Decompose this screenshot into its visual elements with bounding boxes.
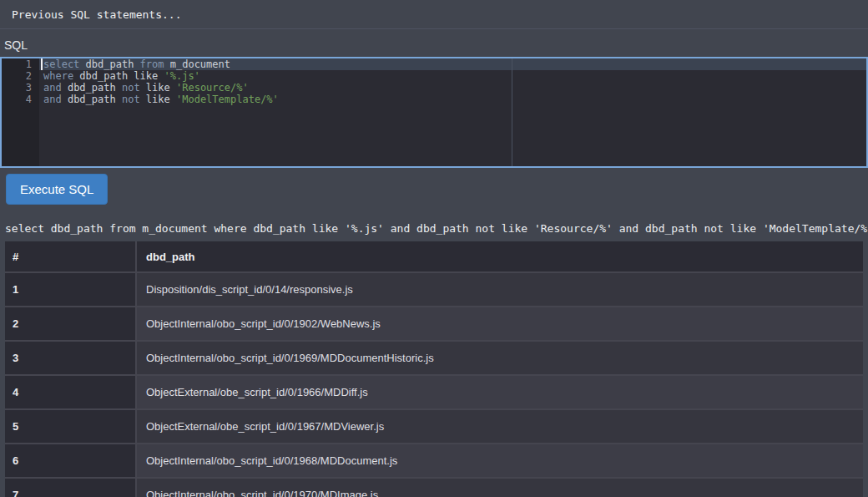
column-header-dbd-path: dbd_path — [136, 241, 863, 272]
dbd-path-cell: ObjectExternal/obe_script_id/0/1967/MDVi… — [136, 409, 863, 444]
text-cursor — [41, 58, 43, 70]
code-line: where dbd_path like '%.js' — [39, 70, 866, 82]
code-line: and dbd_path not like 'ModelTemplate/%' — [39, 94, 866, 105]
row-number-cell: 4 — [5, 375, 136, 409]
code-line: select dbd_path from m_document — [39, 58, 866, 70]
dbd-path-cell: Disposition/dis_script_id/0/14/responsiv… — [136, 272, 863, 307]
line-number: 2 — [2, 70, 39, 82]
line-number: 3 — [2, 82, 39, 94]
table-row: 7ObjectInternal/obo_script_id/0/1970/MDI… — [5, 478, 863, 497]
table-row: 1Disposition/dis_script_id/0/14/responsi… — [5, 272, 863, 307]
sql-editor[interactable]: 1select dbd_path from m_document2where d… — [0, 57, 868, 168]
dbd-path-cell: ObjectInternal/obo_script_id/0/1902/WebN… — [136, 307, 863, 341]
results-table: # dbd_path 1Disposition/dis_script_id/0/… — [5, 241, 863, 497]
row-number-cell: 5 — [5, 409, 136, 444]
dbd-path-cell: ObjectInternal/obo_script_id/0/1968/MDDo… — [136, 444, 863, 478]
dbd-path-cell: ObjectInternal/obo_script_id/0/1970/MDIm… — [136, 478, 863, 497]
previous-sql-header[interactable]: Previous SQL statements... — [0, 0, 868, 29]
table-row: 5ObjectExternal/obe_script_id/0/1967/MDV… — [5, 409, 863, 444]
execute-sql-button[interactable]: Execute SQL — [6, 174, 108, 205]
print-margin-ruler — [512, 58, 512, 166]
line-number: 1 — [2, 58, 39, 70]
row-number-cell: 3 — [5, 341, 136, 375]
table-row: 6ObjectInternal/obo_script_id/0/1968/MDD… — [5, 444, 863, 478]
row-number-cell: 6 — [5, 444, 136, 478]
previous-sql-label: Previous SQL statements... — [12, 8, 182, 21]
sql-editor-label: SQL — [0, 29, 868, 57]
line-number: 4 — [2, 94, 39, 105]
results-header-row: # dbd_path — [5, 241, 863, 272]
row-number-cell: 7 — [5, 478, 136, 497]
editor-line: 4and dbd_path not like 'ModelTemplate/%' — [2, 94, 866, 105]
column-header-num: # — [5, 241, 136, 272]
dbd-path-cell: ObjectExternal/obe_script_id/0/1966/MDDi… — [136, 375, 863, 409]
table-row: 2ObjectInternal/obo_script_id/0/1902/Web… — [5, 307, 863, 341]
table-row: 3ObjectInternal/obo_script_id/0/1969/MDD… — [5, 341, 863, 375]
editor-line: 3and dbd_path not like 'Resource/%' — [2, 82, 866, 94]
dbd-path-cell: ObjectInternal/obo_script_id/0/1969/MDDo… — [136, 341, 863, 375]
editor-line: 2where dbd_path like '%.js' — [2, 70, 866, 82]
executed-query-text: select dbd_path from m_document where db… — [5, 222, 868, 235]
code-line: and dbd_path not like 'Resource/%' — [39, 82, 866, 94]
row-number-cell: 1 — [5, 272, 136, 307]
editor-lines: 1select dbd_path from m_document2where d… — [2, 58, 866, 105]
editor-line: 1select dbd_path from m_document — [2, 58, 866, 70]
row-number-cell: 2 — [5, 307, 136, 341]
table-row: 4ObjectExternal/obe_script_id/0/1966/MDD… — [5, 375, 863, 409]
results-body: 1Disposition/dis_script_id/0/14/responsi… — [5, 272, 863, 497]
